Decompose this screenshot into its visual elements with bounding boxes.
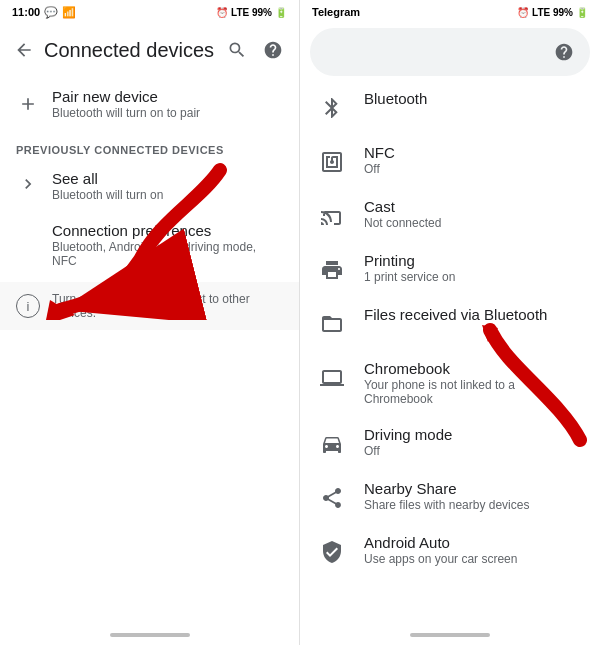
pair-device-title: Pair new device [52,88,200,105]
nearby-share-item[interactable]: Nearby Share Share files with nearby dev… [300,470,600,524]
printing-item[interactable]: Printing 1 print service on [300,242,600,296]
right-status-bar: Telegram ⏰ LTE 99% 🔋 [300,0,600,24]
nfc-icon [316,146,348,178]
battery-signal: LTE 99% [231,7,272,18]
right-status-right: ⏰ LTE 99% 🔋 [517,7,588,18]
page-title: Connected devices [44,39,215,62]
signal-icon: 📶 [62,6,76,19]
see-all-text: See all Bluetooth will turn on [52,170,283,202]
pair-device-subtitle: Bluetooth will turn on to pair [52,106,200,120]
chromebook-icon [316,362,348,394]
bluetooth-info-bar: i Turn on Bluetooth to connect to other … [0,282,299,330]
info-icon: i [16,294,40,318]
right-status-app: Telegram [312,6,360,18]
connection-preferences-title: Connection preferences [52,222,283,239]
chevron-right-icon [16,172,40,196]
android-auto-title: Android Auto [364,534,584,551]
alarm-icon: ⏰ [216,7,228,18]
nearby-share-icon [316,482,348,514]
right-search-bar[interactable] [310,28,590,76]
print-icon [316,254,348,286]
printing-title: Printing [364,252,584,269]
files-bluetooth-text: Files received via Bluetooth [364,306,584,323]
driving-mode-title: Driving mode [364,426,584,443]
left-panel: 11:00 💬 📶 ⏰ LTE 99% 🔋 Connected devices [0,0,300,645]
add-device-icon [16,92,40,116]
info-text: Turn on Bluetooth to connect to other de… [52,292,283,320]
files-bluetooth-item[interactable]: Files received via Bluetooth [300,296,600,350]
right-battery-icon: 🔋 [576,7,588,18]
driving-mode-item[interactable]: Driving mode Off [300,416,600,470]
left-top-bar: Connected devices [0,24,299,76]
left-status-time: 11:00 💬 📶 [12,6,76,19]
nfc-text: NFC Off [364,144,584,176]
chromebook-item[interactable]: Chromebook Your phone is not linked to a… [300,350,600,416]
nearby-share-text: Nearby Share Share files with nearby dev… [364,480,584,512]
printing-text: Printing 1 print service on [364,252,584,284]
car-icon [316,428,348,460]
cast-icon [316,200,348,232]
bottom-nav-indicator-left [110,633,190,637]
driving-mode-text: Driving mode Off [364,426,584,458]
battery-icon: 🔋 [275,7,287,18]
top-actions [223,36,287,64]
nfc-title: NFC [364,144,584,161]
help-button[interactable] [259,36,287,64]
right-battery-signal: LTE 99% [532,7,573,18]
left-status-right: ⏰ LTE 99% 🔋 [216,7,287,18]
bluetooth-item[interactable]: Bluetooth [300,80,600,134]
cast-subtitle: Not connected [364,216,584,230]
see-all-subtitle: Bluetooth will turn on [52,188,283,202]
printing-subtitle: 1 print service on [364,270,584,284]
chromebook-subtitle: Your phone is not linked to a Chromebook [364,378,584,406]
back-button[interactable] [12,38,36,62]
nearby-share-subtitle: Share files with nearby devices [364,498,584,512]
android-auto-text: Android Auto Use apps on your car screen [364,534,584,566]
left-status-bar: 11:00 💬 📶 ⏰ LTE 99% 🔋 [0,0,299,24]
nearby-share-title: Nearby Share [364,480,584,497]
connection-preferences-item[interactable]: Connection preferences Bluetooth, Androi… [0,212,299,278]
chromebook-title: Chromebook [364,360,584,377]
right-panel: Telegram ⏰ LTE 99% 🔋 Bluetooth [300,0,600,645]
see-all-title: See all [52,170,283,187]
android-auto-icon [316,536,348,568]
right-alarm-icon: ⏰ [517,7,529,18]
pair-new-device-item[interactable]: Pair new device Bluetooth will turn on t… [0,76,299,132]
see-all-item[interactable]: See all Bluetooth will turn on [0,160,299,212]
time-display: 11:00 [12,6,40,18]
section-label: PREVIOUSLY CONNECTED DEVICES [0,132,299,160]
bluetooth-text: Bluetooth [364,90,584,107]
bottom-nav-indicator-right [410,633,490,637]
files-bluetooth-title: Files received via Bluetooth [364,306,584,323]
connection-preferences-text: Connection preferences Bluetooth, Androi… [52,222,283,268]
driving-mode-subtitle: Off [364,444,584,458]
cast-title: Cast [364,198,584,215]
bluetooth-title: Bluetooth [364,90,584,107]
right-help-button[interactable] [550,38,578,66]
cast-item[interactable]: Cast Not connected [300,188,600,242]
whatsapp-icon: 💬 [44,6,58,19]
pair-device-text: Pair new device Bluetooth will turn on t… [52,88,200,120]
nfc-subtitle: Off [364,162,584,176]
folder-icon [316,308,348,340]
nfc-item[interactable]: NFC Off [300,134,600,188]
chromebook-text: Chromebook Your phone is not linked to a… [364,360,584,406]
connection-preferences-subtitle: Bluetooth, Android Auto, driving mode, N… [52,240,283,268]
preferences-icon [16,224,40,248]
search-button[interactable] [223,36,251,64]
bluetooth-icon [316,92,348,124]
android-auto-subtitle: Use apps on your car screen [364,552,584,566]
android-auto-item[interactable]: Android Auto Use apps on your car screen [300,524,600,578]
cast-text: Cast Not connected [364,198,584,230]
